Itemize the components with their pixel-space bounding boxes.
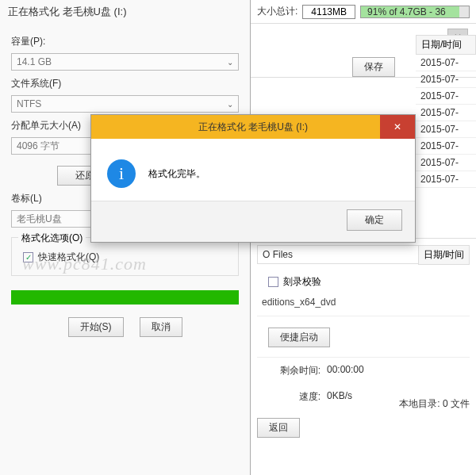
progress-bar bbox=[11, 290, 239, 305]
modal-body: i 格式化完毕。 bbox=[91, 139, 415, 201]
quick-format-label: 快速格式化(Q) bbox=[38, 251, 99, 264]
start-button[interactable]: 开始(S) bbox=[68, 317, 124, 337]
speed-value: 0KB/s bbox=[327, 390, 352, 404]
date-row: 2015-07- bbox=[416, 71, 476, 88]
options-legend: 格式化选项(O) bbox=[18, 232, 86, 245]
modal-close-button[interactable]: ✕ bbox=[380, 115, 415, 139]
burn-panel: O Files 日期/时间 刻录校验 editions_x64_dvd 便捷启动… bbox=[251, 238, 476, 444]
date-header: 日期/时间 bbox=[416, 35, 476, 55]
date-row: 2015-07- bbox=[416, 138, 476, 155]
dialog-buttons: 开始(S) 取消 bbox=[11, 314, 239, 340]
filesystem-select[interactable]: NTFS ⌄ bbox=[11, 95, 239, 113]
quick-format-checkbox[interactable]: ✓ 快速格式化(Q) bbox=[23, 251, 230, 264]
date-row: 2015-07- bbox=[416, 155, 476, 171]
modal-footer: 确定 bbox=[91, 201, 415, 242]
date-row: 2015-07- bbox=[416, 88, 476, 105]
date-header-2: 日期/时间 bbox=[418, 245, 470, 265]
cancel-button[interactable]: 取消 bbox=[140, 317, 182, 337]
date-row: 2015-07- bbox=[416, 105, 476, 121]
verify-checkbox[interactable]: 刻录校验 bbox=[268, 275, 470, 289]
dialog-title: 正在格式化 老毛桃U盘 (I:) bbox=[0, 0, 250, 24]
modal-title: 正在格式化 老毛桃U盘 (I:) bbox=[198, 121, 308, 134]
verify-label: 刻录校验 bbox=[283, 275, 321, 289]
modal-message: 格式化完毕。 bbox=[148, 167, 205, 181]
local-dir-info: 本地目录: 0 文件 bbox=[399, 397, 470, 411]
allocation-value: 4096 字节 bbox=[17, 140, 60, 153]
back-button[interactable]: 返回 bbox=[257, 418, 300, 438]
info-icon: i bbox=[107, 159, 136, 188]
capacity-value: 14.1 GB bbox=[17, 56, 52, 67]
volume-value: 老毛桃U盘 bbox=[17, 213, 62, 226]
remain-label: 剩余时间: bbox=[257, 364, 321, 377]
checkbox-icon bbox=[268, 277, 278, 287]
filesystem-label: 文件系统(F) bbox=[11, 77, 239, 90]
editions-text: editions_x64_dvd bbox=[262, 297, 470, 308]
chevron-down-icon: ⌄ bbox=[227, 58, 233, 67]
date-column: 日期/时间 2015-07- 2015-07- 2015-07- 2015-07… bbox=[416, 35, 476, 188]
modal-title-bar: 正在格式化 老毛桃U盘 (I:) ✕ bbox=[91, 115, 415, 139]
size-total-value: 4113MB bbox=[302, 5, 355, 19]
burn-progress: 91% of 4.7GB - 36 bbox=[360, 6, 470, 18]
chevron-down-icon: ⌄ bbox=[227, 100, 233, 109]
ok-button[interactable]: 确定 bbox=[347, 209, 402, 231]
save-button[interactable]: 保存 bbox=[352, 57, 395, 77]
date-row: 2015-07- bbox=[416, 121, 476, 138]
portable-boot-button[interactable]: 便捷启动 bbox=[268, 328, 330, 347]
speed-label: 速度: bbox=[257, 390, 321, 404]
format-options-group: 格式化选项(O) ✓ 快速格式化(Q) bbox=[11, 237, 239, 276]
completion-modal: 正在格式化 老毛桃U盘 (I:) ✕ i 格式化完毕。 确定 bbox=[90, 114, 416, 243]
filesystem-value: NTFS bbox=[17, 98, 41, 109]
capacity-label: 容量(P): bbox=[11, 35, 239, 48]
date-row: 2015-07- bbox=[416, 171, 476, 188]
date-row: 2015-07- bbox=[416, 55, 476, 71]
check-icon: ✓ bbox=[23, 252, 33, 262]
close-icon: ✕ bbox=[393, 121, 401, 132]
status-bar: 大小总计: 4113MB 91% of 4.7GB - 36 bbox=[251, 0, 476, 24]
capacity-select[interactable]: 14.1 GB ⌄ bbox=[11, 53, 239, 71]
size-total-label: 大小总计: bbox=[257, 5, 298, 18]
remain-value: 00:00:00 bbox=[327, 364, 364, 377]
